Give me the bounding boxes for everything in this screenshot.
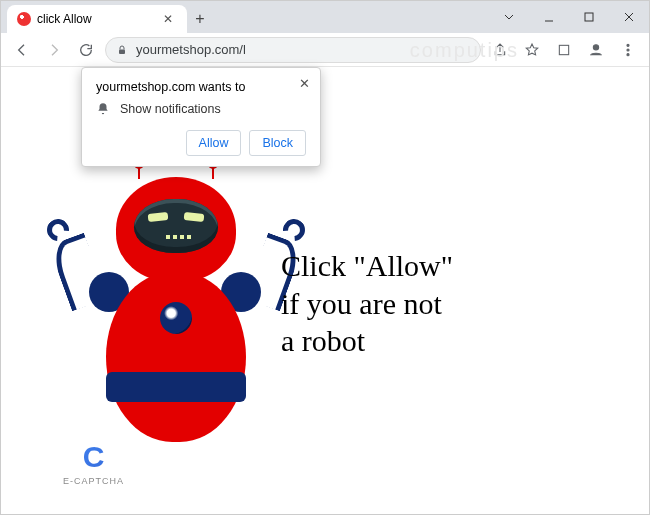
allow-button[interactable]: Allow bbox=[186, 130, 242, 156]
profile-avatar-icon[interactable] bbox=[583, 37, 609, 63]
kebab-menu-icon[interactable] bbox=[615, 37, 641, 63]
instruction-line1: Click "Allow" bbox=[281, 247, 453, 285]
svg-rect-1 bbox=[119, 49, 125, 54]
robot-head bbox=[116, 177, 236, 282]
back-button[interactable] bbox=[9, 37, 35, 63]
instruction-line3: a robot bbox=[281, 322, 453, 360]
browser-toolbar: yourmetshop.com/l bbox=[1, 33, 649, 67]
lock-icon bbox=[116, 44, 128, 56]
permission-type-text: Show notifications bbox=[120, 102, 221, 116]
titlebar: click Allow ✕ + bbox=[1, 1, 649, 33]
robot-body bbox=[106, 272, 246, 442]
robot-eye-right bbox=[184, 212, 205, 222]
block-button[interactable]: Block bbox=[249, 130, 306, 156]
notification-permission-popup: ✕ yourmetshop.com wants to Show notifica… bbox=[81, 67, 321, 167]
browser-tab[interactable]: click Allow ✕ bbox=[7, 5, 187, 33]
robot-mouth bbox=[166, 235, 191, 239]
tab-title: click Allow bbox=[37, 12, 92, 26]
window-caret-icon[interactable] bbox=[489, 1, 529, 33]
robot-visor bbox=[134, 199, 218, 253]
svg-rect-2 bbox=[559, 45, 568, 54]
tab-close-icon[interactable]: ✕ bbox=[159, 10, 177, 28]
svg-point-4 bbox=[627, 44, 629, 46]
bookmark-star-icon[interactable] bbox=[519, 37, 545, 63]
captcha-brand: C E-CAPTCHA bbox=[63, 440, 124, 486]
window-controls bbox=[489, 1, 649, 33]
reload-button[interactable] bbox=[73, 37, 99, 63]
popup-close-icon[interactable]: ✕ bbox=[295, 72, 314, 95]
captcha-brand-label: E-CAPTCHA bbox=[63, 476, 124, 486]
extensions-icon[interactable] bbox=[551, 37, 577, 63]
bell-icon bbox=[96, 102, 110, 116]
watermark-text: computips bbox=[410, 39, 519, 62]
captcha-brand-icon: C bbox=[63, 440, 124, 474]
robot-chest-icon bbox=[160, 302, 192, 334]
svg-point-6 bbox=[627, 53, 629, 55]
tab-favicon bbox=[17, 12, 31, 26]
robot-belt bbox=[106, 372, 246, 402]
instruction-line2: if you are not bbox=[281, 285, 453, 323]
permission-origin-text: yourmetshop.com wants to bbox=[96, 80, 306, 94]
page-content: computips ✕ yourmetshop.com wants to Sho… bbox=[1, 67, 649, 515]
robot-eye-left bbox=[148, 212, 169, 222]
window-maximize-button[interactable] bbox=[569, 1, 609, 33]
svg-point-5 bbox=[627, 48, 629, 50]
new-tab-button[interactable]: + bbox=[187, 5, 213, 33]
url-text: yourmetshop.com/l bbox=[136, 42, 246, 57]
svg-rect-0 bbox=[585, 13, 593, 21]
window-minimize-button[interactable] bbox=[529, 1, 569, 33]
robot-illustration bbox=[71, 177, 281, 467]
svg-point-3 bbox=[593, 44, 598, 49]
window-close-button[interactable] bbox=[609, 1, 649, 33]
instruction-text: Click "Allow" if you are not a robot bbox=[281, 247, 453, 360]
forward-button[interactable] bbox=[41, 37, 67, 63]
